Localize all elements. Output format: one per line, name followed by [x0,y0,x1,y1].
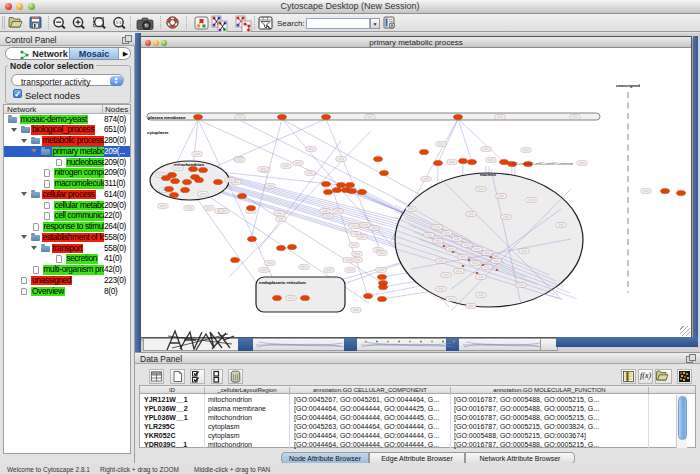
svg-text:unassigned: unassigned [616,83,640,88]
svg-text:GO+nnnGO+nGO+nnGO+nnnnnn: GO+nnnGO+nGO+nnGO+nnnnnn [512,161,573,166]
svg-text:nucleus: nucleus [480,172,497,177]
svg-text:1:1: 1:1 [116,20,122,25]
svg-text:cytoplasm: cytoplasm [147,130,168,135]
svg-text:plasma membrane: plasma membrane [148,115,186,120]
svg-text:endoplasmic reticulum: endoplasmic reticulum [259,280,306,285]
